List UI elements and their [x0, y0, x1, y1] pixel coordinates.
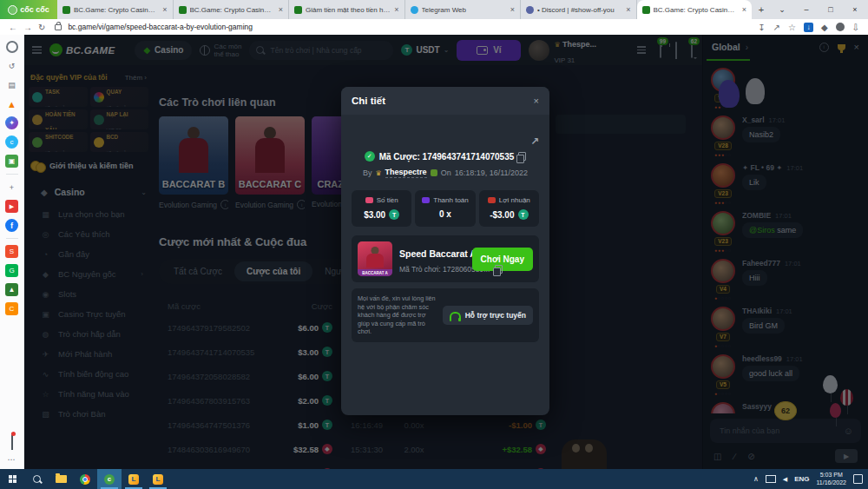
action-center-icon[interactable] [853, 474, 863, 484]
save-page-icon[interactable]: ↧ [758, 23, 765, 32]
more-options-icon[interactable]: ⋯ [8, 455, 16, 464]
hot-trending-icon[interactable]: ▲ [5, 97, 18, 110]
ldplayer-icon-1[interactable]: L [122, 469, 146, 489]
bcgame-favicon [642, 6, 650, 14]
tab-bcgame-2[interactable]: BC.Game: Crypto Casino Gam × [174, 0, 290, 19]
tab-label: BC.Game: Crypto Casino Gam [74, 6, 159, 14]
tab-close-icon[interactable]: × [510, 5, 515, 14]
games-icon[interactable]: ▣ [5, 155, 18, 168]
coccoc-brand-label: cốc cốc [20, 5, 49, 14]
browser-tabbar: cốc cốc BC.Game: Crypto Casino Gam × BC.… [0, 0, 868, 19]
reading-list-icon[interactable]: ▤ [5, 78, 18, 91]
shopee-icon[interactable]: S [5, 245, 18, 258]
messenger-icon[interactable]: ✦ [5, 116, 18, 129]
bookmark-star-icon[interactable]: ☆ [788, 23, 796, 32]
url-text[interactable]: bc.game/vi/game/speed-baccarat-a-by-evol… [68, 23, 253, 31]
tab-close-icon[interactable]: × [626, 5, 630, 14]
settings-gear-icon[interactable] [5, 40, 18, 53]
back-icon[interactable]: ← [9, 23, 17, 32]
stat-profit: Lợi nhuận -$3.00T [479, 190, 539, 227]
payout-icon [422, 197, 430, 203]
history-icon[interactable]: ↺ [5, 59, 18, 72]
network-icon[interactable] [766, 475, 776, 483]
tab-search-icon[interactable]: ⌄ [771, 0, 793, 19]
share-bet-icon[interactable]: ↗ [530, 135, 539, 148]
tab-close-icon[interactable]: × [742, 5, 746, 14]
stat-amount: Số tiền $3.00T [352, 190, 411, 227]
crown-icon: ♛ [375, 169, 381, 177]
notification-dot [11, 432, 16, 436]
screen: cốc cốc BC.Game: Crypto Casino Gam × BC.… [0, 0, 868, 489]
window-controls: ⌄ – □ × [771, 0, 868, 19]
tab-close-icon[interactable]: × [394, 5, 398, 14]
notifications-bell-icon[interactable] [11, 433, 13, 449]
system-tray: ∧ ◀ ENG 5:03 PM11/16/2022 [753, 472, 868, 486]
tab-label: Telegram Web [422, 6, 507, 14]
sidebar-divider [6, 174, 18, 175]
modal-close-icon[interactable]: × [534, 96, 539, 106]
tab-label: BC.Game: Crypto Casino Gam [654, 6, 739, 14]
start-button[interactable] [0, 469, 24, 489]
coccoc-logo[interactable]: cốc cốc [0, 0, 57, 19]
extension-icon[interactable]: ◆ [821, 23, 828, 32]
coccoc-taskbar-icon[interactable]: c [97, 469, 122, 489]
tab-telegram[interactable]: Telegram Web × [405, 0, 522, 19]
education-icon[interactable]: ▲ [5, 283, 18, 296]
tab-giam-tien[interactable]: Giảm tiền mặt theo tiền hóa × [289, 0, 405, 19]
ldplayer-icon-2[interactable]: L [146, 469, 170, 489]
usdt-coin-icon: T [389, 209, 399, 220]
modal-game-panel: BACCARAT A Speed Baccarat A Mã Trò chơi:… [352, 235, 539, 282]
tray-expand-icon[interactable]: ∧ [753, 475, 759, 483]
tab-label: Giảm tiền mặt theo tiền hóa [306, 6, 391, 14]
game-thumbnail[interactable]: BACCARAT A [358, 241, 392, 276]
author-link[interactable]: Thespectre [385, 168, 427, 178]
reload-icon[interactable]: ↻ [38, 23, 45, 32]
bcgame-favicon [62, 6, 70, 14]
copy-bet-id-icon[interactable] [518, 152, 526, 161]
browser-sidebar: ↺ ▤ ▲ ✦ c ▣ + ▶ f S G ▲ C ⋯ [0, 35, 24, 469]
address-bar: ← → ↻ bc.game/vi/game/speed-baccarat-a-b… [0, 19, 868, 36]
bet-id-text: Mã Cược: 1749643741714070535 [379, 152, 515, 162]
language-indicator[interactable]: ENG [794, 475, 809, 483]
window-close-button[interactable]: × [844, 0, 866, 19]
live-support-button[interactable]: Hỗ trợ trực tuyến [443, 306, 533, 325]
bet-id-row: ✓ Mã Cược: 1749643741714070535 [352, 151, 539, 162]
tab-label: BC.Game: Crypto Casino Gam [190, 6, 275, 14]
copy-game-id-icon[interactable] [495, 265, 503, 274]
bcgame-page: BC.GAME ◆ Casino Các mônthể thao T USDT … [23, 35, 868, 469]
youtube-icon[interactable]: ▶ [5, 200, 18, 213]
download-manager-icon[interactable]: ↓ [804, 23, 813, 32]
profile-avatar-icon[interactable] [836, 23, 845, 31]
zalo-icon[interactable]: c [5, 135, 18, 149]
forward-icon[interactable]: → [23, 23, 32, 32]
bet-author-row: By ♛ Thespectre On 16:18:19, 16/11/2022 [352, 168, 539, 178]
window-maximize-button[interactable]: □ [819, 0, 842, 19]
bet-datetime: 16:18:19, 16/11/2022 [455, 169, 528, 177]
tab-close-icon[interactable]: × [279, 5, 283, 14]
store-icon[interactable]: G [5, 264, 18, 277]
downloads-icon[interactable]: ⇩ [852, 23, 859, 32]
bet-stats: Số tiền $3.00T Thanh toán 0 x Lợi nhuận … [352, 190, 539, 227]
verified-check-icon: ✓ [365, 151, 375, 162]
facebook-icon[interactable]: f [5, 219, 18, 232]
add-shortcut-icon[interactable]: + [5, 181, 18, 194]
shopping-cart-icon[interactable]: C [5, 302, 18, 315]
addressbar-icons: ↧ ↗ ☆ ↓ ◆ ⇩ [758, 23, 859, 32]
tab-close-icon[interactable]: × [162, 5, 167, 14]
discord-favicon [526, 6, 534, 14]
share-icon[interactable]: ↗ [773, 23, 780, 32]
file-explorer-icon[interactable] [49, 469, 73, 489]
clock[interactable]: 5:03 PM11/16/2022 [816, 472, 846, 486]
window-minimize-button[interactable]: – [795, 0, 818, 19]
lock-icon[interactable] [55, 24, 62, 30]
sidebar-divider [6, 238, 18, 239]
site-favicon [294, 6, 302, 14]
new-tab-button[interactable]: + [752, 0, 771, 19]
taskbar-search-icon[interactable] [24, 469, 49, 489]
tab-bcgame-1[interactable]: BC.Game: Crypto Casino Gam × [57, 0, 174, 19]
tab-bcgame-active[interactable]: BC.Game: Crypto Casino Gam × [637, 0, 753, 19]
support-text: Mọi vấn đề, xin vui lòng liên hệ với bộ … [358, 294, 436, 336]
tab-discord[interactable]: • Discord | #show-off-you × [521, 0, 637, 19]
volume-icon[interactable]: ◀ [783, 476, 787, 483]
chrome-icon[interactable] [73, 469, 97, 489]
